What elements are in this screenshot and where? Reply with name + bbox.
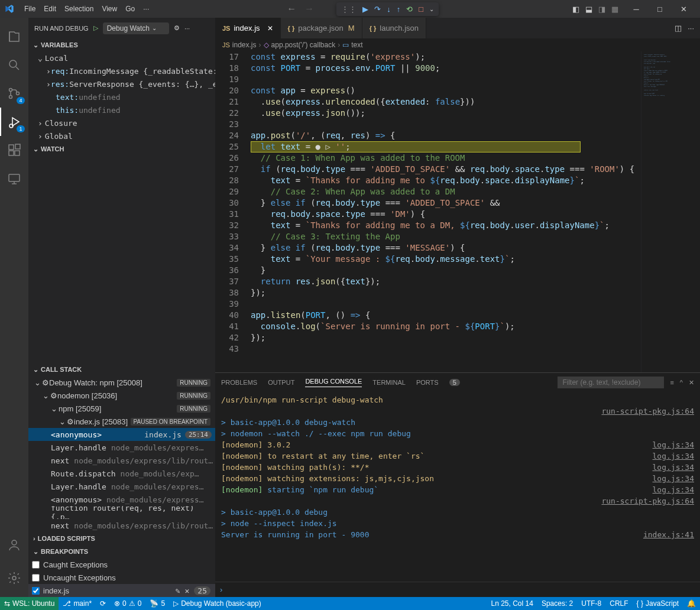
breakpoints-header[interactable]: ⌄BREAKPOINTS — [28, 545, 215, 558]
callstack-session[interactable]: ⌄ ⚙ Debug Watch: npm [25008]RUNNING — [28, 376, 215, 389]
extensions-icon[interactable] — [0, 136, 28, 164]
explorer-icon[interactable] — [0, 22, 28, 51]
callstack-session[interactable]: ⌄ npm [25059]RUNNING — [28, 402, 215, 415]
continue-icon[interactable]: ▶ — [362, 5, 368, 14]
bp-file[interactable]: index.js ✎ ✕ 25 — [28, 584, 215, 597]
panel-maximize-icon[interactable]: ^ — [680, 379, 683, 386]
variables-header[interactable]: ⌄VARIABLES — [28, 38, 215, 51]
console-source-link[interactable]: log.js:34 — [653, 473, 694, 484]
step-over-icon[interactable]: ↷ — [374, 5, 381, 14]
ports-status[interactable]: 📡5 — [145, 597, 169, 610]
menu-view[interactable]: View — [98, 0, 121, 18]
loaded-scripts-header[interactable]: ›LOADED SCRIPTS — [28, 532, 215, 545]
scope-local[interactable]: ⌄Local — [28, 51, 215, 64]
menu-selection[interactable]: Selection — [60, 0, 98, 18]
remove-icon[interactable]: ✕ — [185, 586, 190, 595]
git-branch[interactable]: ⎇main* — [59, 597, 96, 610]
stack-frame[interactable]: Layer.handlenode_modules/expres… — [28, 480, 215, 493]
settings-gear-icon[interactable] — [0, 564, 28, 592]
bp-caught[interactable]: Caught Exceptions — [28, 558, 215, 571]
menu-file[interactable]: File — [20, 0, 40, 18]
scope-global[interactable]: ›Global — [28, 129, 215, 142]
layout-customize-icon[interactable]: ▦ — [611, 5, 618, 14]
stack-frame[interactable]: <anonymous>node_modules/express… — [28, 493, 215, 506]
config-gear-icon[interactable]: ⚙ — [174, 24, 180, 32]
stack-frame[interactable]: nextnode_modules/express/lib/rout… — [28, 454, 215, 467]
breadcrumb[interactable]: JS index.js › ◇ app.post('/') callback ›… — [215, 38, 700, 51]
tab-launch-json[interactable]: { }launch.json — [362, 18, 426, 38]
console-input[interactable]: › — [215, 582, 700, 597]
variable-row[interactable]: text: undefined — [28, 90, 215, 103]
indentation[interactable]: Spaces: 2 — [537, 597, 577, 610]
menu-go[interactable]: Go — [121, 0, 139, 18]
callstack-session[interactable]: ⌄ ⚙ nodemon [25036]RUNNING — [28, 389, 215, 402]
console-source-link[interactable]: index.js:41 — [643, 529, 694, 540]
stack-frame[interactable]: Layer.handlenode_modules/expres… — [28, 441, 215, 454]
stack-frame[interactable]: function router(req, res, next) {.p… — [28, 506, 215, 519]
git-sync[interactable]: ⟳ — [96, 597, 110, 610]
search-icon[interactable] — [0, 51, 28, 79]
close-button[interactable]: ✕ — [672, 0, 695, 18]
layout-toggle-left-icon[interactable]: ◧ — [572, 5, 579, 14]
edit-icon[interactable]: ✎ — [176, 586, 180, 595]
panel-tab-output[interactable]: OUTPUT — [268, 379, 294, 386]
scope-closure[interactable]: ›Closure — [28, 116, 215, 129]
console-source-link[interactable]: log.js:34 — [653, 450, 694, 462]
bp-uncaught[interactable]: Uncaught Exceptions — [28, 571, 215, 584]
eol[interactable]: CRLF — [605, 597, 632, 610]
layout-toggle-right-icon[interactable]: ◨ — [598, 5, 605, 14]
language-mode[interactable]: { }JavaScript — [633, 597, 683, 610]
restart-icon[interactable]: ⟲ — [406, 5, 413, 14]
nav-back-icon[interactable]: ← — [287, 4, 296, 14]
stack-frame[interactable]: <anonymous>index.js25:14 — [28, 428, 215, 441]
console-source-link[interactable]: log.js:34 — [653, 484, 694, 495]
console-source-link[interactable]: log.js:34 — [653, 462, 694, 473]
cursor-position[interactable]: Ln 25, Col 14 — [487, 597, 537, 610]
console-source-link[interactable]: run-script-pkg.js:64 — [601, 495, 694, 507]
run-config-select[interactable]: Debug Watch⌄ — [103, 22, 169, 34]
maximize-button[interactable]: □ — [648, 0, 672, 18]
panel-tab-problems[interactable]: PROBLEMS — [221, 379, 257, 386]
panel-tab-ports[interactable]: PORTS — [416, 379, 439, 386]
debug-target-dropdown-icon[interactable]: ⌄ — [429, 6, 434, 12]
debug-icon[interactable]: 1 — [0, 108, 28, 136]
remote-icon[interactable] — [0, 164, 28, 193]
panel-tab-terminal[interactable]: TERMINAL — [372, 379, 406, 386]
stack-frame[interactable]: Route.dispatchnode_modules/exp… — [28, 467, 215, 480]
step-into-icon[interactable]: ↓ — [387, 5, 391, 14]
panel-tab-debug-console[interactable]: DEBUG CONSOLE — [305, 378, 362, 387]
menu-overflow[interactable]: ··· — [139, 0, 153, 18]
code-editor[interactable]: 1718192021222324252627282930313233343536… — [215, 51, 700, 372]
split-editor-icon[interactable]: ◫ — [675, 24, 682, 33]
callstack-header[interactable]: ⌄CALL STACK — [28, 363, 215, 376]
menu-edit[interactable]: Edit — [40, 0, 60, 18]
drag-handle-icon[interactable]: ⋮⋮ — [341, 5, 357, 14]
variable-row[interactable]: › res: ServerResponse {_events: {…}, _ev… — [28, 77, 215, 90]
nav-forward-icon[interactable]: → — [304, 4, 314, 14]
remote-indicator[interactable]: ⇆WSL: Ubuntu — [0, 597, 59, 610]
tab-index-js[interactable]: JSindex.js✕ — [215, 18, 281, 38]
minimize-button[interactable]: ─ — [624, 0, 648, 18]
layout-toggle-bottom-icon[interactable]: ⬓ — [585, 5, 592, 14]
console-settings-icon[interactable]: ≡ — [670, 379, 673, 386]
encoding[interactable]: UTF-8 — [577, 597, 605, 610]
close-tab-icon[interactable]: ✕ — [267, 24, 273, 33]
stop-icon[interactable]: □ — [419, 5, 423, 14]
problems-status[interactable]: ⊗0⚠0 — [110, 597, 145, 610]
variable-row[interactable]: this: undefined — [28, 103, 215, 116]
minimap[interactable]: const express require expressconst PORT … — [641, 51, 700, 372]
start-debug-icon[interactable]: ▷ — [93, 24, 98, 32]
console-source-link[interactable]: log.js:34 — [653, 439, 694, 450]
watch-header[interactable]: ⌄WATCH — [28, 142, 215, 155]
step-out-icon[interactable]: ↑ — [397, 5, 401, 14]
console-source-link[interactable]: run-script-pkg.js:64 — [601, 405, 694, 417]
variable-row[interactable]: › req: IncomingMessage {_readableState: … — [28, 64, 215, 77]
console-filter-input[interactable] — [558, 377, 664, 388]
more-icon[interactable]: ··· — [184, 25, 190, 32]
scm-icon[interactable]: 4 — [0, 79, 28, 108]
debug-status[interactable]: ▷Debug Watch (basic-app) — [169, 597, 265, 610]
callstack-session[interactable]: ⌄ ⚙ index.js [25083]PAUSED ON BREAKPOINT — [28, 415, 215, 428]
stack-frame[interactable]: nextnode_modules/express/lib/rout… — [28, 519, 215, 532]
tab-more-icon[interactable]: ··· — [688, 24, 694, 33]
panel-close-icon[interactable]: ✕ — [689, 379, 694, 387]
